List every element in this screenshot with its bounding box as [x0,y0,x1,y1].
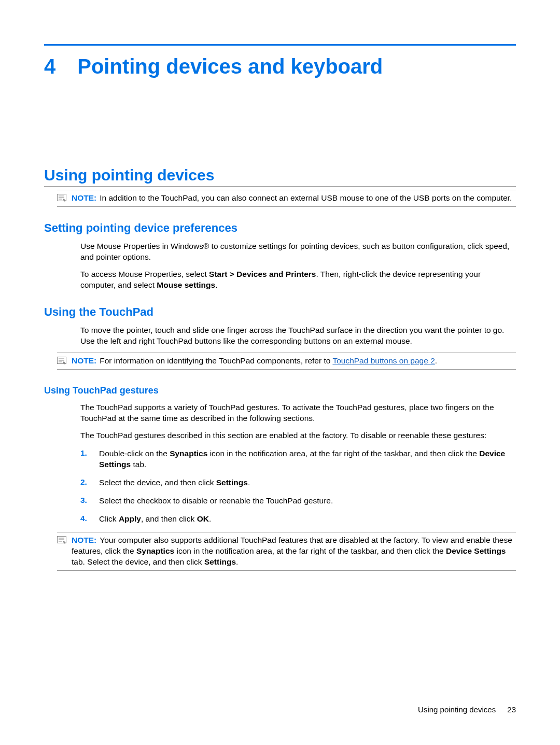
link-touchpad-buttons[interactable]: TouchPad buttons on page 2 [332,356,435,365]
chapter-title: Pointing devices and keyboard [77,55,383,78]
list-number: 4. [80,514,90,523]
page-content: 4 Pointing devices and keyboard Using po… [0,0,560,571]
list-number: 1. [80,448,90,458]
page-number: 23 [507,705,516,714]
paragraph: The TouchPad gestures described in this … [80,430,516,441]
note-additional-features: NOTE:Your computer also supports additio… [57,532,516,571]
chapter-number: 4 [44,55,55,78]
paragraph: To move the pointer, touch and slide one… [80,325,516,347]
section-heading-using-pointing-devices: Using pointing devices [44,166,516,187]
note-text: NOTE:For information on identifying the … [72,356,437,367]
note-touchpad-ref: NOTE:For information on identifying the … [57,353,516,370]
paragraph: To access Mouse Properties, select Start… [80,269,516,291]
list-item: 4. Click Apply, and then click OK. [80,514,516,525]
note-text: NOTE:Your computer also supports additio… [72,535,516,568]
note-external-mouse: NOTE:In addition to the TouchPad, you ca… [57,190,516,207]
list-number: 3. [80,496,90,505]
subsubsection-heading-gestures: Using TouchPad gestures [44,385,516,396]
list-item: 2. Select the device, and then click Set… [80,477,516,488]
list-item: 3. Select the checkbox to disable or ree… [80,496,516,507]
paragraph: Use Mouse Properties in Windows® to cust… [80,241,516,263]
note-text: NOTE:In addition to the TouchPad, you ca… [72,193,512,204]
ordered-list: 1. Double-click on the Synaptics icon in… [80,448,516,525]
list-number: 2. [80,477,90,487]
note-icon [57,536,66,544]
chapter-rule [44,44,516,46]
subsection-heading-touchpad: Using the TouchPad [44,305,516,319]
paragraph: The TouchPad supports a variety of Touch… [80,402,516,424]
note-label: NOTE: [72,536,96,544]
list-item: 1. Double-click on the Synaptics icon in… [80,448,516,470]
note-label: NOTE: [72,193,96,202]
note-icon [57,194,66,202]
subsection-heading-preferences: Setting pointing device preferences [44,221,516,235]
chapter-header: 4 Pointing devices and keyboard [44,55,516,78]
note-icon [57,357,66,365]
footer-section: Using pointing devices [418,705,496,714]
page-footer: Using pointing devices 23 [418,705,516,714]
note-label: NOTE: [72,356,96,365]
